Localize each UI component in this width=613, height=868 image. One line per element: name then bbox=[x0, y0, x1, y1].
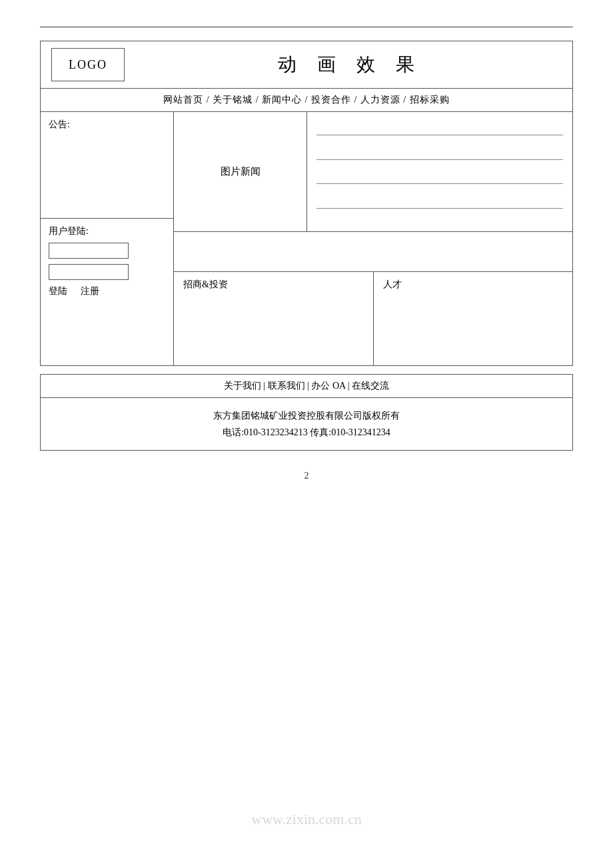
logo-label: LOGO bbox=[69, 58, 107, 72]
register-button[interactable]: 注册 bbox=[81, 285, 99, 297]
nav-items: 网站首页 / 关于铭城 / 新闻中心 / 投资合作 / 人力资源 / 招标采购 bbox=[163, 95, 449, 105]
bottom-right: 招商&投资 人才 bbox=[174, 272, 572, 365]
login-buttons: 登陆 注册 bbox=[49, 285, 165, 297]
footer-info: 东方集团铭城矿业投资控股有限公司版权所有 电话:010-3123234213 传… bbox=[41, 398, 572, 450]
header-row: LOGO 动 画 效 果 bbox=[41, 41, 572, 89]
content-area: 公告: 用户登陆: 登陆 注册 图片新闻 bbox=[41, 112, 572, 365]
main-container: LOGO 动 画 效 果 网站首页 / 关于铭城 / 新闻中心 / 投资合作 /… bbox=[40, 41, 573, 366]
news-link-line-3 bbox=[316, 183, 563, 184]
left-sidebar: 公告: 用户登陆: 登陆 注册 bbox=[41, 112, 174, 365]
news-image-label: 图片新闻 bbox=[221, 165, 261, 178]
news-link-line-2 bbox=[316, 159, 563, 160]
username-input[interactable] bbox=[49, 243, 129, 259]
news-link-line-4 bbox=[316, 208, 563, 209]
login-label: 用户登陆: bbox=[49, 225, 165, 237]
watermark: www.zixin.com.cn bbox=[251, 811, 361, 828]
top-divider bbox=[40, 27, 573, 27]
invest-box: 招商&投资 bbox=[174, 272, 374, 365]
company-contact: 电话:010-3123234213 传真:010-312341234 bbox=[51, 424, 562, 441]
middle-right-box bbox=[174, 232, 572, 272]
company-name: 东方集团铭城矿业投资控股有限公司版权所有 bbox=[51, 407, 562, 424]
news-links-box bbox=[307, 112, 572, 231]
login-box: 用户登陆: 登陆 注册 bbox=[41, 219, 173, 365]
page-number: 2 bbox=[40, 471, 573, 481]
footer-nav: 关于我们 | 联系我们 | 办公 OA | 在线交流 bbox=[41, 375, 572, 398]
logo-box: LOGO bbox=[51, 48, 125, 81]
footer-container: 关于我们 | 联系我们 | 办公 OA | 在线交流 东方集团铭城矿业投资控股有… bbox=[40, 374, 573, 451]
invest-label: 招商&投资 bbox=[183, 279, 228, 289]
announcement-box: 公告: bbox=[41, 112, 173, 219]
news-link-line-1 bbox=[316, 135, 563, 135]
login-button[interactable]: 登陆 bbox=[49, 285, 67, 297]
news-image-box: 图片新闻 bbox=[174, 112, 307, 231]
site-title: 动 画 效 果 bbox=[138, 52, 562, 77]
nav-row: 网站首页 / 关于铭城 / 新闻中心 / 投资合作 / 人力资源 / 招标采购 bbox=[41, 89, 572, 112]
footer-nav-items: 关于我们 | 联系我们 | 办公 OA | 在线交流 bbox=[224, 381, 389, 391]
password-input[interactable] bbox=[49, 264, 129, 280]
top-right: 图片新闻 bbox=[174, 112, 572, 232]
right-content: 图片新闻 招商&投资 bbox=[174, 112, 572, 365]
talent-box: 人才 bbox=[374, 272, 573, 365]
talent-label: 人才 bbox=[383, 279, 402, 289]
announcement-label: 公告: bbox=[49, 119, 70, 129]
